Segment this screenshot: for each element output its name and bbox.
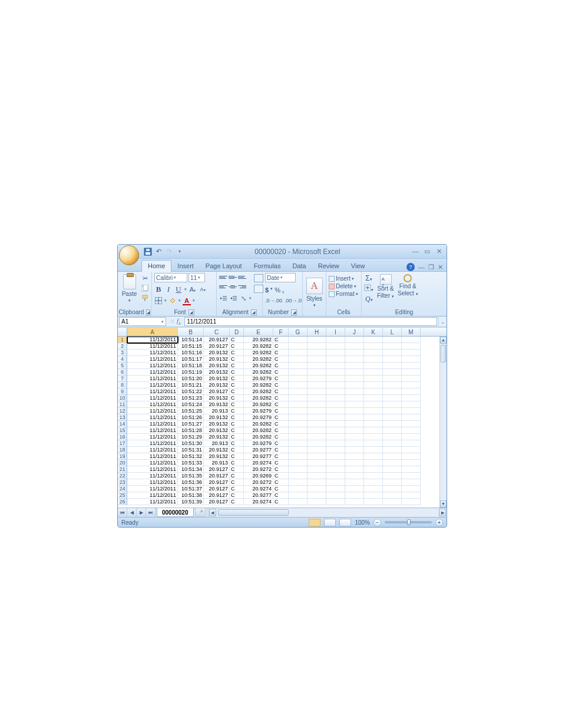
cell[interactable]: 10:51:23: [178, 395, 204, 401]
cell[interactable]: C: [230, 466, 244, 473]
cell[interactable]: 20.9132: [204, 382, 230, 388]
cell[interactable]: [308, 453, 326, 460]
cell[interactable]: [326, 453, 345, 460]
cell[interactable]: 20.9279: [244, 408, 273, 414]
tab-review[interactable]: Review: [312, 261, 345, 271]
cell[interactable]: 20.9282: [244, 421, 273, 427]
zoom-in-button[interactable]: +: [435, 519, 443, 526]
cell[interactable]: [326, 356, 345, 363]
cell[interactable]: 10:51:14: [178, 337, 204, 343]
cell[interactable]: C: [273, 466, 289, 473]
cell[interactable]: [402, 388, 421, 395]
cell[interactable]: C: [230, 479, 244, 486]
cell[interactable]: 20.9127: [204, 388, 230, 395]
column-header-C[interactable]: C: [204, 328, 230, 336]
cell[interactable]: [364, 395, 383, 401]
row-header[interactable]: 16: [118, 434, 127, 440]
decrease-indent-button[interactable]: [219, 294, 227, 302]
cell[interactable]: 20.9282: [244, 401, 273, 408]
cell[interactable]: [308, 401, 326, 408]
copy-icon[interactable]: [141, 284, 149, 292]
insert-worksheet-button[interactable]: [195, 508, 206, 517]
cell[interactable]: C: [273, 473, 289, 479]
cell[interactable]: [289, 440, 308, 447]
cell[interactable]: [364, 356, 383, 363]
cell[interactable]: [402, 473, 421, 479]
cell[interactable]: [345, 395, 364, 401]
cell[interactable]: [326, 460, 345, 466]
cell[interactable]: 20.9277: [244, 492, 273, 499]
cell[interactable]: [364, 447, 383, 453]
cell[interactable]: 11/12/2011: [127, 486, 178, 492]
cell[interactable]: 11/12/2011: [127, 363, 178, 369]
cell[interactable]: 10:51:36: [178, 479, 204, 486]
cell[interactable]: [402, 343, 421, 350]
cell[interactable]: [383, 395, 402, 401]
cell[interactable]: [326, 382, 345, 388]
row-header[interactable]: 4: [118, 356, 127, 363]
cell[interactable]: 20.9132: [204, 453, 230, 460]
cell[interactable]: [326, 369, 345, 375]
cell[interactable]: [345, 453, 364, 460]
cell[interactable]: [364, 421, 383, 427]
cell[interactable]: [326, 492, 345, 499]
vertical-scroll-thumb[interactable]: [441, 345, 446, 363]
cell[interactable]: 20.9132: [204, 356, 230, 363]
cell[interactable]: [402, 447, 421, 453]
row-header[interactable]: 15: [118, 427, 127, 434]
cell[interactable]: [326, 350, 345, 356]
cell[interactable]: [289, 343, 308, 350]
tab-insert[interactable]: Insert: [171, 261, 200, 271]
number-format-combo[interactable]: Date▾: [265, 273, 296, 282]
cell[interactable]: [308, 414, 326, 421]
cell[interactable]: 20.9132: [204, 375, 230, 382]
fx-icon[interactable]: fx: [177, 317, 181, 326]
sheet-tab-active[interactable]: 00000020: [157, 508, 194, 517]
cell[interactable]: [383, 350, 402, 356]
cell[interactable]: [326, 473, 345, 479]
cell[interactable]: C: [230, 395, 244, 401]
cell[interactable]: [345, 421, 364, 427]
increase-indent-button[interactable]: [229, 294, 237, 302]
cell[interactable]: [383, 408, 402, 414]
cell[interactable]: 11/12/2011: [127, 401, 178, 408]
cell[interactable]: [345, 440, 364, 447]
last-sheet-button[interactable]: ⏭: [146, 508, 156, 517]
cell[interactable]: C: [273, 427, 289, 434]
cell[interactable]: [383, 369, 402, 375]
column-header-J[interactable]: J: [345, 328, 364, 336]
cell[interactable]: 10:51:28: [178, 427, 204, 434]
cell[interactable]: [383, 466, 402, 473]
accounting-format-button[interactable]: $: [265, 286, 269, 294]
maximize-button[interactable]: ▭: [423, 248, 431, 255]
column-header-I[interactable]: I: [326, 328, 345, 336]
cell[interactable]: [364, 453, 383, 460]
align-right-button[interactable]: [238, 282, 246, 291]
cell[interactable]: C: [230, 356, 244, 363]
cell[interactable]: [402, 350, 421, 356]
cell[interactable]: C: [273, 486, 289, 492]
cell[interactable]: [308, 427, 326, 434]
cell[interactable]: C: [230, 492, 244, 499]
normal-view-button[interactable]: [309, 519, 320, 526]
cell[interactable]: 20.9272: [244, 479, 273, 486]
cell[interactable]: [326, 447, 345, 453]
cell[interactable]: [383, 440, 402, 447]
cell[interactable]: [326, 440, 345, 447]
autosum-button[interactable]: Σ▾: [365, 274, 372, 282]
cell[interactable]: C: [230, 499, 244, 505]
cell[interactable]: 10:51:30: [178, 440, 204, 447]
align-center-button[interactable]: [229, 282, 237, 291]
cell[interactable]: [289, 453, 308, 460]
column-header-L[interactable]: L: [383, 328, 402, 336]
cell[interactable]: [364, 486, 383, 492]
cell[interactable]: [383, 414, 402, 421]
row-header[interactable]: 12: [118, 408, 127, 414]
cell[interactable]: C: [273, 356, 289, 363]
next-sheet-button[interactable]: ▶: [137, 508, 146, 517]
sort-filter-button[interactable]: Sort & Filter ▾: [377, 274, 394, 299]
cell[interactable]: [345, 408, 364, 414]
redo-icon[interactable]: ↷: [165, 248, 173, 256]
cell[interactable]: C: [273, 363, 289, 369]
cell[interactable]: 20.9282: [244, 369, 273, 375]
